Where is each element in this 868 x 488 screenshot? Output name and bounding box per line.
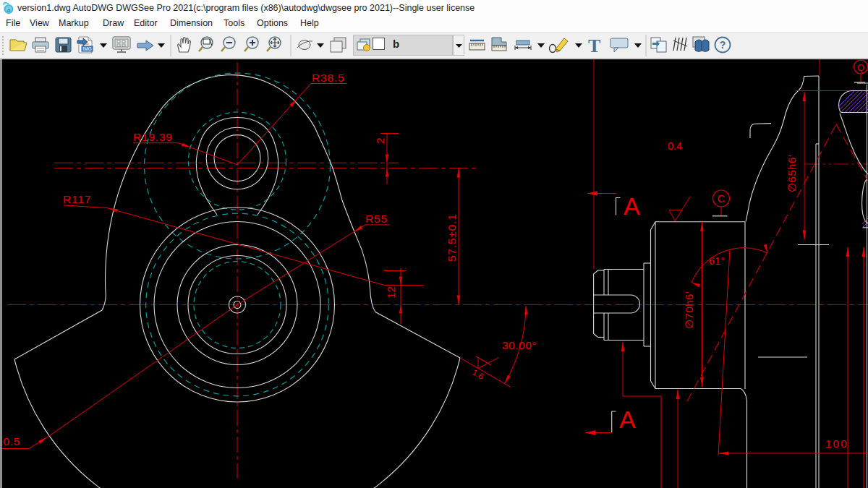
svg-text:C: C bbox=[718, 193, 725, 205]
svg-text:?: ? bbox=[720, 39, 726, 51]
svg-text:Q: Q bbox=[857, 62, 864, 73]
svg-text:∅70h6ʹ: ∅70h6ʹ bbox=[683, 291, 695, 329]
svg-text:1.6: 1.6 bbox=[471, 368, 485, 381]
svg-text:A: A bbox=[624, 192, 640, 220]
svg-text:∅65h6ʹ: ∅65h6ʹ bbox=[786, 155, 798, 192]
svg-text:30.00°: 30.00° bbox=[502, 339, 537, 351]
svg-text:A: A bbox=[619, 406, 636, 433]
svg-text:2: 2 bbox=[374, 137, 386, 144]
svg-text:±0.5: ±0.5 bbox=[0, 435, 20, 448]
svg-text:100: 100 bbox=[825, 437, 848, 450]
svg-text:R38.5: R38.5 bbox=[312, 72, 344, 84]
svg-text:12: 12 bbox=[385, 286, 397, 299]
svg-text:R55: R55 bbox=[365, 213, 388, 225]
svg-text:IMG: IMG bbox=[82, 46, 91, 51]
svg-text:0.4: 0.4 bbox=[668, 140, 682, 152]
svg-text:57.5±0.1: 57.5±0.1 bbox=[446, 213, 458, 262]
svg-text:61°: 61° bbox=[709, 255, 725, 267]
svg-text:a: a bbox=[7, 7, 11, 13]
svg-text:R19.39: R19.39 bbox=[133, 131, 173, 143]
svg-text:R117: R117 bbox=[63, 193, 91, 205]
